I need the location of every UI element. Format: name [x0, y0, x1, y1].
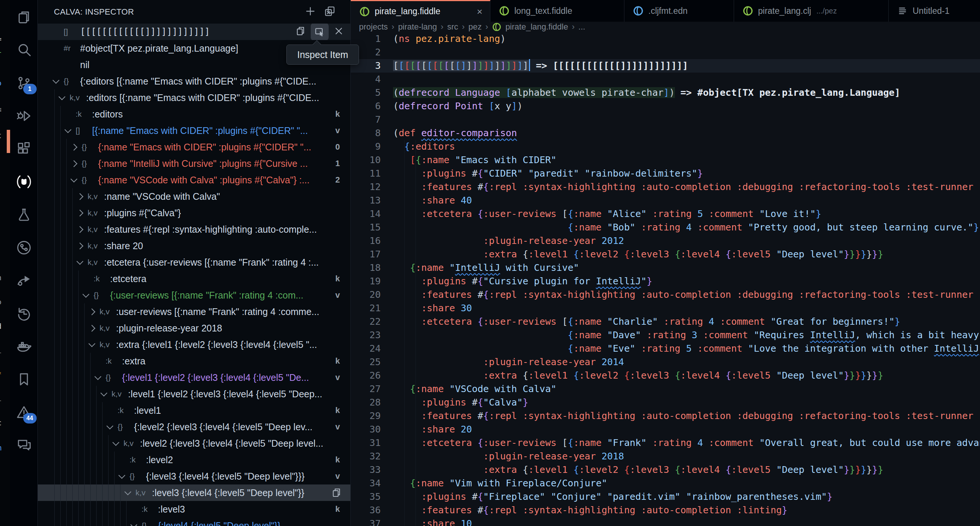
copy-icon[interactable] — [331, 487, 350, 498]
code-line[interactable]: 21 :share 30 — [351, 302, 980, 315]
code-line[interactable]: 34 {:name "Vim with Fireplace/Conjure" — [351, 477, 980, 490]
code-line[interactable]: 5(defrecord Language [alphabet vowels pi… — [351, 86, 980, 100]
copy-icon[interactable] — [295, 25, 306, 38]
tree-row[interactable]: k,v:plugin-release-year 2018 — [38, 320, 350, 336]
tree-row[interactable]: k,v:share 20 — [38, 238, 350, 254]
activity-item-files[interactable] — [13, 7, 35, 28]
tab-pirate-lang-fiddle[interactable]: pirate_lang.fiddle× — [351, 0, 490, 22]
breadcrumb-item-pirate-lang-fiddle[interactable]: pirate_lang.fiddle — [505, 22, 568, 32]
tree-row[interactable]: k,v:level3 {:level4 {:level5 "Deep level… — [38, 485, 350, 501]
activity-item-docker[interactable] — [13, 336, 35, 357]
tree-row[interactable]: [][[[[[[[[[[[[]]]]]]]]]]]] — [38, 24, 350, 40]
code-line[interactable]: 14 :etcetera {:user-reviews [{:name "Ali… — [351, 207, 980, 221]
tree-row[interactable]: {}{:name "VSCode with Calva" :plugins #{… — [38, 172, 350, 188]
code-line[interactable]: 32 :plugin-release-year 2018 — [351, 450, 980, 463]
code-line[interactable]: 31 :etcetera {:user-reviews [{:name "Fra… — [351, 436, 980, 450]
code-line[interactable]: 26 :extra {:level1 {:level2 {:level3 {:l… — [351, 369, 980, 382]
tree-row[interactable]: {}{:level4 {:level5 "Deep level"}} — [38, 517, 350, 526]
code-line[interactable]: 6(defrecord Point [x y]) — [351, 100, 980, 113]
tree-row[interactable]: k,v:level1 {:level2 {:level3 {:level4 {:… — [38, 386, 350, 402]
code-line[interactable]: 36 :features #{:repl :syntax-highlightin… — [351, 504, 980, 517]
breadcrumb-item-pez[interactable]: pez — [468, 22, 481, 32]
activity-item-search[interactable] — [13, 40, 35, 60]
code-line[interactable]: 10 [{:name "Emacs with CIDER" — [351, 153, 980, 167]
close-icon[interactable]: × — [477, 7, 482, 16]
clear-all-button[interactable] — [323, 5, 336, 19]
code-line[interactable]: 29 :features #{:repl :syntax-highlightin… — [351, 409, 980, 423]
activity-item-comments[interactable] — [13, 435, 35, 456]
code-line[interactable]: 7 — [351, 113, 980, 126]
code-line[interactable]: 12 :features #{:repl :syntax-highlightin… — [351, 180, 980, 194]
tree-row[interactable]: :k:level2k — [38, 451, 350, 468]
tree-row[interactable]: k,v:name "VSCode with Calva" — [38, 188, 350, 205]
breadcrumb-item-projects[interactable]: projects — [359, 22, 388, 32]
code-line[interactable]: 15 {:name "Bob" :rating 4 :comment "Pret… — [351, 221, 980, 234]
code-line[interactable]: 30 :share 20 — [351, 423, 980, 436]
tree-row[interactable]: :k:extrak — [38, 353, 350, 369]
tree-row[interactable]: {}{:level1 {:level2 {:level3 {:level4 {:… — [38, 369, 350, 386]
tree-row[interactable]: {}{:name "IntelliJ with Cursive" :plugin… — [38, 155, 350, 172]
activity-item-extensions[interactable] — [13, 138, 35, 159]
code-line[interactable]: 16 :plugin-release-year 2012 — [351, 234, 980, 248]
tree-row[interactable]: k,v:level2 {:level3 {:level4 {:level5 "D… — [38, 435, 350, 451]
activity-item-calva[interactable] — [13, 172, 35, 192]
code-line[interactable]: 33 :extra {:level1 {:level2 {:level3 {:l… — [351, 463, 980, 477]
tab-long-text-fiddle[interactable]: long_text.fiddle — [490, 0, 624, 22]
code-line[interactable]: 2 — [351, 46, 980, 59]
code-line[interactable]: 25 :plugin-release-year 2014 — [351, 355, 980, 369]
add-inspector-item-button[interactable] — [304, 5, 317, 19]
code-line[interactable]: 35 :plugins #{"Fireplace" "Conjure" "par… — [351, 490, 980, 504]
tree-row[interactable]: {}{:level3 {:level4 {:level5 "Deep level… — [38, 468, 350, 485]
activity-item-history[interactable] — [13, 303, 35, 324]
tree-row[interactable]: {}{:user-reviews [{:name "Frank" :rating… — [38, 287, 350, 304]
tab-untitled-1[interactable]: Untitled-1 — [889, 0, 980, 22]
activity-item-bookmark[interactable] — [13, 369, 35, 390]
tree-row[interactable]: k,v:editors [{:name "Emacs with CIDER" :… — [38, 89, 350, 106]
chevron-down-icon[interactable] — [51, 79, 64, 84]
tree-row[interactable]: [][{:name "Emacs with CIDER" :plugins #{… — [38, 122, 350, 139]
tree-row[interactable]: k,v:user-reviews [{:name "Frank" :rating… — [38, 304, 350, 320]
tree-row[interactable]: {}{:level2 {:level3 {:level4 {:level5 "D… — [38, 419, 350, 435]
tree-row[interactable]: :k:level3k — [38, 501, 350, 517]
breadcrumb-item--[interactable]: ... — [578, 22, 585, 32]
code-line[interactable]: 24 {:name "Eve" :rating 5 :comment "Love… — [351, 342, 980, 355]
activity-item-source-control[interactable]: 1 — [13, 73, 35, 94]
tree-row[interactable]: {}{:editors [{:name "Emacs with CIDER" :… — [38, 73, 350, 89]
tab--cljfmt-edn[interactable]: .cljfmt.edn — [624, 0, 734, 22]
activity-item-warning[interactable]: 44 — [13, 402, 35, 423]
close-icon[interactable] — [333, 25, 344, 38]
tab-pirate-lang-clj[interactable]: pirate_lang.clj.../pez — [734, 0, 889, 22]
tree-row[interactable]: k,v:features #{:repl :syntax-highlightin… — [38, 221, 350, 238]
chevron-down-icon[interactable] — [129, 523, 142, 526]
tree-row[interactable]: k,v:etcetera {:user-reviews [{:name "Fra… — [38, 254, 350, 270]
tree-row[interactable]: :k:etceterak — [38, 270, 350, 287]
editor[interactable]: 1(ns pez.pirate-lang)23[[[[[[[[[[[[]]]]]… — [351, 32, 980, 526]
code-line[interactable]: 8(def editor-comparison — [351, 126, 980, 140]
activity-item-git-circle[interactable] — [13, 237, 35, 258]
code-line[interactable]: 11 :plugins #{"CIDER" "paredit" "rainbow… — [351, 167, 980, 180]
code-line[interactable]: 4 — [351, 73, 980, 86]
activity-item-flask[interactable] — [13, 204, 35, 225]
code-line[interactable]: 28 :plugins #{"Calva"} — [351, 396, 980, 409]
code-line[interactable]: 1(ns pez.pirate-lang) — [351, 32, 980, 46]
code-line[interactable]: 13 :share 40 — [351, 194, 980, 207]
tree-row[interactable]: :k:editorsk — [38, 106, 350, 122]
activity-item-share-arrow[interactable] — [13, 270, 35, 291]
tree-row[interactable]: k,v:plugins #{"Calva"} — [38, 205, 350, 221]
code-line[interactable]: 23 {:name "Dave" :rating 3 :comment "Req… — [351, 329, 980, 342]
tree-row[interactable]: {}{:name "Emacs with CIDER" :plugins #{"… — [38, 139, 350, 155]
inspect-item-icon[interactable] — [311, 24, 329, 40]
code-line[interactable]: 18 {:name "IntelliJ with Cursive" — [351, 261, 980, 275]
tree-row[interactable]: :k:level1k — [38, 402, 350, 419]
code-line[interactable]: 22 :etcetera {:user-reviews [{:name "Cha… — [351, 315, 980, 329]
activity-item-debug[interactable] — [13, 105, 35, 126]
tree-row[interactable]: k,v:extra {:level1 {:level2 {:level3 {:l… — [38, 336, 350, 353]
breadcrumb-item-pirate-lang[interactable]: pirate-lang — [398, 22, 437, 32]
code-line[interactable]: 9 {:editors — [351, 140, 980, 153]
breadcrumb-item-src[interactable]: src — [447, 22, 458, 32]
code-line[interactable]: 17 :extra {:level1 {:level2 {:level3 {:l… — [351, 248, 980, 261]
code-line[interactable]: 3[[[[[[[[[[[[]]]]]]]]]]]] => [[[[[[[[[[[… — [351, 59, 980, 73]
code-line[interactable]: 27 {:name "VSCode with Calva" — [351, 382, 980, 396]
code-line[interactable]: 37 :share 10 — [351, 517, 980, 526]
code-line[interactable]: 20 :features #{:repl :syntax-highlightin… — [351, 288, 980, 302]
